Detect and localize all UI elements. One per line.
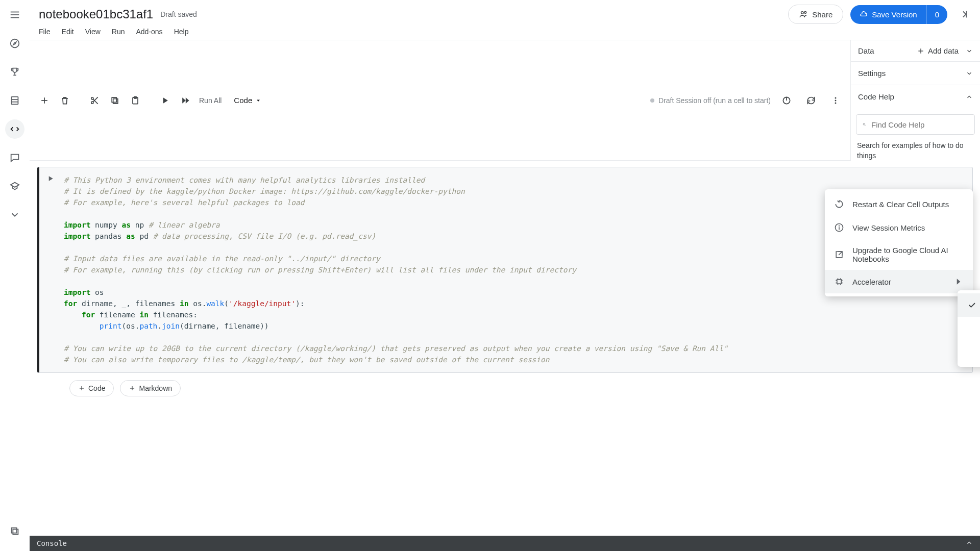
toolbar: Run All Code Draft Session off (run a ce… — [30, 40, 850, 161]
code-help-panel-header[interactable]: Code Help — [851, 85, 980, 108]
chevron-down-icon[interactable] — [5, 205, 24, 224]
menu-bar: File Edit View Run Add-ons Help — [30, 24, 980, 40]
svg-marker-28 — [257, 99, 260, 102]
svg-point-17 — [91, 102, 93, 104]
menu-metrics[interactable]: View Session Metrics — [825, 216, 973, 239]
chevron-up-icon — [966, 93, 973, 101]
people-icon — [799, 10, 808, 19]
code-icon[interactable] — [5, 119, 24, 139]
accel-gpu[interactable]: GPU — [958, 317, 980, 340]
menu-run[interactable]: Run — [112, 28, 125, 36]
share-label: Share — [812, 10, 832, 19]
svg-rect-21 — [113, 98, 118, 103]
caret-down-icon — [255, 97, 261, 104]
menu-restart-label: Restart & Clear Cell Outputs — [852, 200, 949, 209]
plus-icon — [78, 385, 85, 392]
power-button[interactable] — [778, 92, 795, 109]
main-area: notebooke01bc31af1 Draft saved Share Sav… — [30, 0, 980, 551]
session-status: Draft Session off (run a cell to start) — [650, 96, 771, 105]
database-icon[interactable] — [5, 91, 24, 110]
settings-panel-header[interactable]: Settings — [851, 62, 980, 85]
svg-rect-22 — [112, 97, 116, 102]
menu-accelerator[interactable]: Accelerator — [825, 270, 973, 293]
console-bar[interactable]: Console — [30, 536, 980, 551]
accel-none[interactable]: None — [958, 293, 980, 317]
svg-rect-11 — [12, 528, 17, 533]
menu-upgrade-label: Upgrade to Google Cloud AI Notebooks — [852, 246, 964, 263]
delete-cell-button[interactable] — [56, 92, 74, 109]
paste-button[interactable] — [127, 92, 144, 109]
data-panel-header[interactable]: Data Add data — [851, 40, 980, 62]
cell-type-dropdown[interactable]: Code — [230, 94, 265, 107]
chevron-down-icon — [966, 70, 973, 77]
menu-upgrade[interactable]: Upgrade to Google Cloud AI Notebooks — [825, 239, 973, 270]
search-icon — [863, 120, 866, 129]
compass-icon[interactable] — [5, 34, 24, 53]
add-data-button[interactable]: Add data — [917, 46, 959, 55]
chat-icon[interactable] — [5, 148, 24, 167]
svg-point-31 — [835, 97, 837, 98]
menu-restart[interactable]: Restart & Clear Cell Outputs — [825, 192, 973, 216]
copy-icon[interactable] — [5, 521, 24, 541]
settings-label: Settings — [858, 69, 886, 78]
cut-button[interactable] — [86, 92, 103, 109]
menu-view[interactable]: View — [85, 28, 101, 36]
run-all-label[interactable]: Run All — [199, 96, 222, 105]
svg-line-37 — [865, 125, 865, 126]
svg-point-13 — [804, 11, 806, 13]
code-help-label: Code Help — [858, 92, 894, 101]
svg-point-36 — [863, 123, 865, 126]
add-markdown-button[interactable]: Markdown — [120, 380, 181, 396]
svg-marker-26 — [182, 97, 186, 104]
education-icon[interactable] — [5, 177, 24, 196]
share-button[interactable]: Share — [788, 5, 843, 24]
version-count-button[interactable]: 0 — [926, 5, 947, 24]
svg-rect-48 — [837, 280, 841, 284]
notebook-title[interactable]: notebooke01bc31af1 — [39, 7, 153, 21]
accelerator-submenu: None GPU TPU v3-8 — [958, 290, 980, 367]
save-label: Save Version — [872, 10, 917, 19]
collapse-sidebar-icon[interactable] — [954, 6, 971, 22]
trophy-icon[interactable] — [5, 62, 24, 82]
svg-point-32 — [835, 99, 837, 101]
add-code-button[interactable]: Code — [69, 380, 114, 396]
menu-icon[interactable] — [5, 5, 24, 24]
menu-accel-label: Accelerator — [852, 278, 891, 286]
copy-button[interactable] — [106, 92, 124, 109]
code-help-hint: Search for examples of how to do things — [851, 141, 980, 161]
svg-point-18 — [91, 97, 93, 99]
chevron-up-icon[interactable] — [966, 539, 973, 548]
menu-edit[interactable]: Edit — [62, 28, 74, 36]
save-version-button[interactable]: Save Version — [850, 5, 926, 24]
save-button-group: Save Version 0 — [850, 5, 947, 24]
add-cell-button[interactable] — [36, 92, 53, 109]
session-menu: Restart & Clear Cell Outputs View Sessio… — [825, 189, 973, 296]
svg-marker-4 — [13, 42, 16, 45]
add-data-label: Add data — [928, 46, 959, 55]
cloud-sync-icon — [860, 10, 868, 18]
code-help-search[interactable] — [856, 114, 975, 135]
check-icon — [967, 300, 977, 310]
run-cell-button[interactable] — [156, 92, 174, 109]
cell-run-button[interactable] — [39, 167, 62, 372]
add-code-label: Code — [88, 384, 105, 392]
more-button[interactable] — [827, 92, 844, 109]
notebook-area: # This Python 3 environment comes with m… — [30, 161, 980, 551]
menu-addons[interactable]: Add-ons — [136, 28, 162, 36]
menu-file[interactable]: File — [39, 28, 51, 36]
status-dot-icon — [650, 98, 654, 103]
menu-help[interactable]: Help — [174, 28, 189, 36]
restart-icon — [834, 199, 844, 209]
plus-icon — [129, 385, 136, 392]
refresh-button[interactable] — [802, 92, 820, 109]
code-help-input[interactable] — [871, 120, 968, 129]
svg-marker-25 — [163, 97, 168, 104]
add-markdown-label: Markdown — [139, 384, 172, 392]
chevron-down-icon[interactable] — [966, 47, 973, 55]
chip-icon — [834, 277, 844, 287]
left-rail — [0, 0, 30, 551]
run-all-button[interactable] — [177, 92, 194, 109]
accel-tpu[interactable]: TPU v3-8 — [958, 340, 980, 364]
svg-rect-10 — [13, 529, 18, 534]
console-label: Console — [37, 539, 67, 547]
